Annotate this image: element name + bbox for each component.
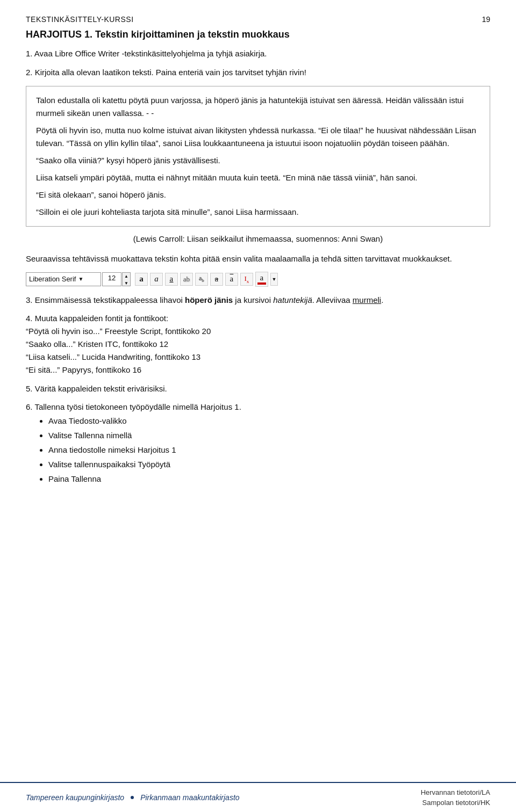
step-5: 5. Väritä kappaleiden tekstit erivärisik… [26,383,490,395]
clear-format-icon[interactable]: Ix [240,273,253,286]
italic-icon[interactable]: a [150,273,163,286]
font-name-label: Liberation Serif [29,275,76,283]
step-3-bold: höperö jänis [185,295,233,305]
font-size-input[interactable]: 12 [102,272,121,286]
toolbar-intro: Seuraavissa tehtävissä muokattava teksti… [26,253,490,265]
text-box-p4: Liisa katseli ympäri pöytää, mutta ei nä… [36,171,480,184]
step-1-text: Avaa Libre Office Writer -tekstinkäsitte… [34,49,267,58]
toolbar-area: Liberation Serif ▼ 12 ▲ ▼ a a a ab [26,272,490,287]
step-3-text-end: . [381,295,383,305]
step-4-item-1: “Pöytä oli hyvin iso...” Freestyle Scrip… [26,325,490,338]
step-4-item-2: “Saako olla...” Kristen ITC, fonttikoko … [26,338,490,351]
step-3-underline: murmeli [353,295,381,305]
step-4-item-3: “Liisa katseli...” Lucida Handwriting, f… [26,351,490,364]
font-color-icon[interactable]: a [255,272,268,287]
bullet-item-5: Paina Tallenna [48,472,490,486]
footer-dot [131,796,134,799]
format-icons-group: a a a ab ab a a [135,272,278,287]
text-box-p6: “Silloin ei ole juuri kohteliasta tarjot… [36,206,480,219]
text-box: Talon edustalla oli katettu pöytä puun v… [26,86,490,227]
step-4: 4. Muuta kappaleiden fontit ja fonttikoo… [26,313,490,376]
step-3: 3. Ensimmäisessä tekstikappaleessa lihav… [26,294,490,307]
exercise-title: HARJOITUS 1. Tekstin kirjoittaminen ja t… [26,29,490,40]
bold-icon[interactable]: a [135,273,148,286]
footer-logo-text1: Tampereen kaupunginkirjasto [26,793,124,802]
font-color-bar [257,282,266,285]
step-1: 1. Avaa Libre Office Writer -tekstinkäsi… [26,48,490,60]
bullet-item-4: Valitse tallennuspaikaksi Työpöytä [48,457,490,472]
subscript-icon[interactable]: ab [195,273,208,286]
overline-icon[interactable]: a [225,273,238,286]
step-5-text: Väritä kappaleiden tekstit erivärisiksi. [35,384,167,393]
footer-right: Hervannan tietotori/LA Sampolan tietotor… [421,787,490,808]
underline-icon[interactable]: a [165,273,178,286]
font-size-down[interactable]: ▼ [123,280,130,287]
step-3-italic: hatuntekijä [273,295,312,305]
text-box-p5: “Ei sitä olekaan”, sanoi höperö jänis. [36,189,480,201]
page: TEKSTINKÄSITTELY-KURSSI 19 HARJOITUS 1. … [0,0,516,812]
text-box-p2: Pöytä oli hyvin iso, mutta nuo kolme ist… [36,124,480,150]
bullet-item-3: Anna tiedostolle nimeksi Harjoitus 1 [48,443,490,457]
step-2: 2. Kirjoita alla olevan laatikon teksti.… [26,67,490,79]
footer-logo-text2: Pirkanmaan maakuntakirjasto [140,793,239,802]
font-size-spinners[interactable]: ▲ ▼ [122,272,131,286]
font-dropdown-arrow[interactable]: ▼ [78,276,83,282]
credit-text: (Lewis Carroll: Liisan seikkailut ihmema… [26,234,490,243]
bullet-item-2: Valitse Tallenna nimellä [48,428,490,443]
footer: Tampereen kaupunginkirjasto Pirkanmaan m… [0,782,516,812]
step-4-item-4: “Ei sitä...” Papyrys, fonttikoko 16 [26,364,490,376]
step-3-text-before: Ensimmäisessä tekstikappaleessa lihavoi [35,295,185,305]
bullet-item-1: Avaa Tiedosto-valikko [48,414,490,428]
text-box-p1: Talon edustalla oli katettu pöytä puun v… [36,94,480,120]
strikethrough-icon[interactable]: a [210,273,223,286]
font-size-up[interactable]: ▲ [123,273,130,280]
font-color-dropdown[interactable]: ▼ [270,273,278,286]
step-2-text: Kirjoita alla olevan laatikon teksti. Pa… [35,68,306,77]
step-2-number: 2. [26,68,33,77]
font-selector[interactable]: Liberation Serif ▼ [26,272,101,286]
header-page: 19 [482,15,490,24]
step-1-number: 1. [26,49,33,58]
step-5-number: 5. [26,384,33,393]
header-title: TEKSTINKÄSITTELY-KURSSI [26,15,134,24]
step-6-title: 6. Tallenna työsi tietokoneen työpöydäll… [26,401,490,414]
shadow-icon[interactable]: ab [180,273,193,286]
text-box-p3: “Saako olla viiniä?” kysyi höperö jänis … [36,154,480,167]
step-3-text-after: . Alleviivaa [312,295,353,305]
step-4-title: 4. Muuta kappaleiden fontit ja fonttikoo… [26,313,490,325]
step-4-list: “Pöytä oli hyvin iso...” Freestyle Scrip… [26,325,490,376]
step-6: 6. Tallenna työsi tietokoneen työpöydäll… [26,401,490,486]
footer-left: Tampereen kaupunginkirjasto Pirkanmaan m… [26,793,240,802]
step-3-number: 3. [26,295,33,305]
footer-info-line2: Sampolan tietotori/HK [421,798,490,808]
footer-info-line1: Hervannan tietotori/LA [421,787,490,798]
step-3-text-middle: ja kursivoi [233,295,273,305]
step-6-bullets: Avaa Tiedosto-valikko Valitse Tallenna n… [26,414,490,486]
header-row: TEKSTINKÄSITTELY-KURSSI 19 [26,15,490,24]
